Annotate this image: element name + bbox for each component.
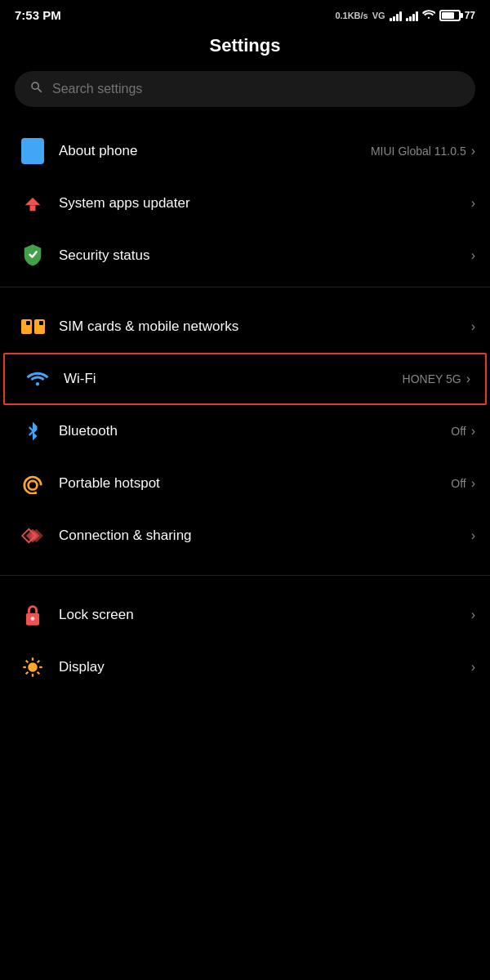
svg-point-4 [31, 617, 35, 621]
bluetooth-icon [15, 420, 51, 443]
hotspot-icon [15, 473, 51, 494]
status-time: 7:53 PM [15, 8, 61, 22]
hotspot-item[interactable]: Portable hotspot Off › [0, 457, 490, 510]
svg-line-10 [26, 661, 29, 663]
lock-icon [15, 603, 51, 627]
divider-1 [0, 287, 490, 287]
divider-2 [0, 575, 490, 576]
status-right: 0.1KB/s VG 77 [335, 8, 475, 22]
wifi-item[interactable]: Wi-Fi HONEY 5G › [3, 353, 487, 405]
signal-bars-2 [406, 10, 418, 21]
settings-group-1: About phone MIUI Global 11.0.5 › System … [0, 125, 490, 282]
sim-cards-label: SIM cards & mobile networks [59, 318, 238, 335]
display-item[interactable]: Display › [0, 641, 490, 693]
bluetooth-label: Bluetooth [59, 423, 118, 439]
system-apps-chevron: › [471, 196, 475, 211]
display-label: Display [59, 659, 105, 675]
svg-point-1 [29, 481, 38, 490]
hotspot-label: Portable hotspot [59, 475, 160, 492]
status-bar: 7:53 PM 0.1KB/s VG 77 [0, 0, 490, 27]
settings-group-2: SIM cards & mobile networks › Wi-Fi HONE… [0, 301, 490, 562]
wifi-icon [20, 370, 56, 388]
wifi-label: Wi-Fi [64, 371, 96, 387]
display-chevron: › [471, 660, 475, 675]
wifi-status-icon [422, 8, 435, 22]
connection-item[interactable]: Connection & sharing › [0, 510, 490, 562]
status-speed: 0.1KB/s [335, 11, 368, 20]
connection-icon [15, 525, 51, 546]
search-icon [29, 80, 44, 98]
svg-rect-0 [30, 205, 36, 211]
battery-icon [439, 10, 461, 21]
svg-line-11 [38, 672, 40, 675]
page-title: Settings [0, 27, 490, 71]
wifi-chevron: › [466, 372, 470, 386]
about-phone-item[interactable]: About phone MIUI Global 11.0.5 › [0, 125, 490, 177]
hotspot-chevron: › [471, 476, 475, 491]
svg-line-13 [38, 661, 40, 663]
security-status-item[interactable]: Security status › [0, 229, 490, 282]
phone-icon [15, 138, 51, 164]
sim-cards-item[interactable]: SIM cards & mobile networks › [0, 301, 490, 353]
bluetooth-value: Off [451, 425, 466, 438]
bluetooth-item[interactable]: Bluetooth Off › [0, 405, 490, 457]
battery-percent: 77 [465, 10, 475, 21]
about-phone-label: About phone [59, 143, 137, 159]
lock-screen-chevron: › [471, 608, 475, 622]
signal-bars-1 [390, 10, 402, 21]
sim-cards-chevron: › [471, 319, 475, 334]
about-phone-chevron: › [471, 144, 475, 158]
lock-screen-item[interactable]: Lock screen › [0, 589, 490, 641]
bluetooth-chevron: › [471, 424, 475, 439]
lock-screen-label: Lock screen [59, 607, 134, 623]
connection-chevron: › [471, 528, 475, 543]
network-type: VG [372, 11, 385, 20]
svg-line-12 [26, 672, 29, 675]
wifi-value: HONEY 5G [403, 372, 461, 385]
svg-point-5 [28, 662, 38, 672]
sim-icon [15, 319, 51, 334]
hotspot-value: Off [451, 477, 466, 490]
shield-icon [15, 243, 51, 269]
display-icon [15, 656, 51, 679]
arrow-up-icon [15, 192, 51, 215]
svg-point-2 [24, 477, 41, 493]
settings-group-3: Lock screen › Display › [0, 589, 490, 693]
system-apps-label: System apps updater [59, 195, 190, 212]
search-bar[interactable] [15, 71, 475, 107]
connection-label: Connection & sharing [59, 528, 192, 544]
about-phone-value: MIUI Global 11.0.5 [371, 145, 466, 158]
system-apps-item[interactable]: System apps updater › [0, 177, 490, 229]
security-status-chevron: › [471, 248, 475, 263]
search-input[interactable] [52, 82, 461, 96]
security-status-label: Security status [59, 247, 150, 264]
